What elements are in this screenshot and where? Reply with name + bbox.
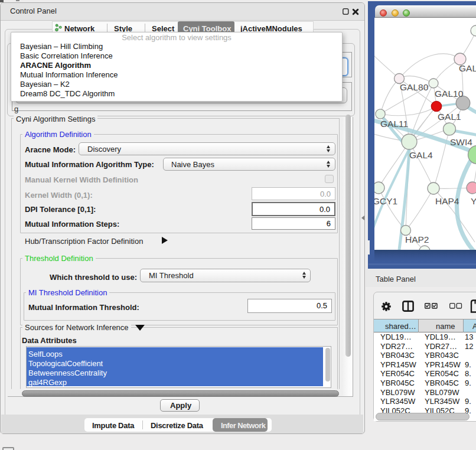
svg-text:GAL80: GAL80 (400, 82, 429, 92)
svg-text:GAL11: GAL11 (380, 119, 408, 129)
svg-text:GCY1: GCY1 (374, 196, 397, 206)
svg-text:HAP2: HAP2 (405, 234, 429, 244)
svg-text:HAP4: HAP4 (435, 196, 459, 206)
svg-text:GAL: GAL (459, 63, 476, 73)
svg-text:GAL4: GAL4 (409, 150, 433, 160)
svg-text:Y: Y (471, 196, 476, 206)
svg-text:SWI4: SWI4 (450, 137, 472, 147)
svg-text:GAL10: GAL10 (435, 89, 464, 99)
svg-text:GAL1: GAL1 (438, 112, 461, 122)
